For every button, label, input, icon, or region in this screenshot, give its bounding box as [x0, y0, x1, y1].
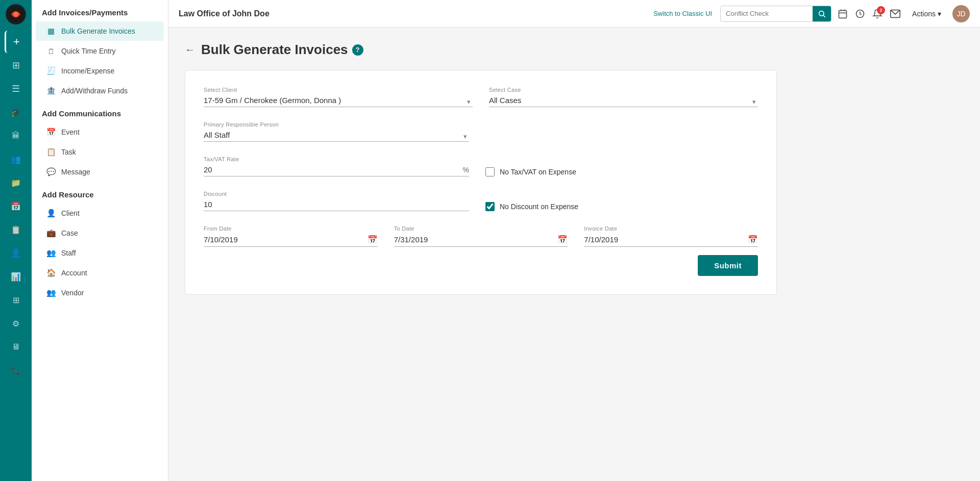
- header-icons: 2 Actions ▾ JD: [838, 5, 970, 22]
- sidebar-item-message[interactable]: 💬 Message: [36, 162, 164, 182]
- sidebar-item-case[interactable]: 💼 Case: [36, 223, 164, 243]
- help-icon[interactable]: ?: [352, 44, 363, 56]
- no-discount-label[interactable]: No Discount on Expense: [500, 202, 578, 211]
- rail-icon-calendar[interactable]: 📅: [5, 195, 27, 217]
- form-group-discount: Discount: [204, 191, 469, 211]
- select-responsible[interactable]: All Staff: [204, 131, 469, 139]
- sidebar-section-invoices: Add Invoices/Payments: [32, 0, 168, 21]
- no-tax-checkbox[interactable]: [485, 167, 495, 176]
- to-date-calendar-icon[interactable]: 📅: [557, 235, 568, 244]
- rail-icon-clipboard[interactable]: 📋: [5, 218, 27, 241]
- select-case[interactable]: All Cases: [489, 96, 758, 105]
- switch-classic-link[interactable]: Switch to Classic UI: [653, 10, 712, 17]
- staff-icon: 👥: [46, 248, 56, 258]
- sidebar: Add Invoices/Payments ▦ Bulk Generate In…: [32, 0, 168, 481]
- page-header: ← Bulk Generate Invoices ?: [185, 42, 964, 58]
- header: Law Office of John Doe Switch to Classic…: [168, 0, 980, 28]
- submit-button[interactable]: Submit: [698, 255, 758, 276]
- form-card: Select Client 17-59 Gm / Cherokee (Germo…: [185, 70, 777, 295]
- main-wrapper: Law Office of John Doe Switch to Classic…: [168, 0, 980, 481]
- form-group-case: Select Case All Cases ▾: [489, 87, 758, 107]
- sidebar-item-task[interactable]: 📋 Task: [36, 142, 164, 162]
- from-date-calendar-icon[interactable]: 📅: [368, 235, 378, 244]
- task-icon: 📋: [46, 147, 56, 157]
- select-client-wrap: 17-59 Gm / Cherokee (Germon, Donna ) ▾: [204, 96, 473, 107]
- search-button[interactable]: [813, 6, 831, 21]
- sidebar-item-staff[interactable]: 👥 Staff: [36, 243, 164, 263]
- add-withdraw-icon: 🏦: [46, 86, 56, 96]
- rail-icon-settings[interactable]: ⚙: [5, 312, 27, 335]
- svg-point-2: [819, 11, 824, 15]
- account-icon: 🏠: [46, 268, 56, 278]
- user-avatar[interactable]: JD: [952, 5, 970, 22]
- rail-icon-screen[interactable]: 🖥: [5, 336, 27, 358]
- rail-icon-list[interactable]: ☰: [5, 78, 27, 100]
- rail-icon-phone[interactable]: 📞: [5, 359, 27, 382]
- notification-badge: 2: [877, 6, 885, 14]
- rail-icon-graduation[interactable]: 🎓: [5, 101, 27, 123]
- form-row-client-case: Select Client 17-59 Gm / Cherokee (Germo…: [204, 87, 758, 107]
- event-icon: 📅: [46, 127, 56, 137]
- rail-icon-building[interactable]: 🏛: [5, 124, 27, 147]
- invoice-date-wrap: 📅: [584, 235, 758, 247]
- sidebar-item-add-withdraw[interactable]: 🏦 Add/Withdraw Funds: [36, 81, 164, 100]
- mail-icon[interactable]: [890, 9, 901, 18]
- invoice-date-input[interactable]: [584, 235, 748, 244]
- no-discount-checkbox[interactable]: [485, 202, 495, 211]
- sidebar-item-event[interactable]: 📅 Event: [36, 122, 164, 142]
- vendor-icon: 👥: [46, 288, 56, 298]
- rail-icon-people[interactable]: 👥: [5, 148, 27, 170]
- form-row-responsible: Primary Responsible Person All Staff ▾: [204, 121, 758, 142]
- sidebar-section-communications: Add Communications: [32, 101, 168, 122]
- from-date-input[interactable]: [204, 235, 368, 244]
- form-group-client: Select Client 17-59 Gm / Cherokee (Germo…: [204, 87, 473, 107]
- form-group-from-date: From Date 📅: [204, 225, 378, 247]
- invoice-date-label: Invoice Date: [584, 225, 758, 232]
- sidebar-item-bulk-generate[interactable]: ▦ Bulk Generate Invoices: [36, 21, 164, 41]
- rail-icon-briefcase[interactable]: 📁: [5, 171, 27, 194]
- back-button[interactable]: ←: [185, 44, 195, 56]
- form-group-no-discount: No Discount on Expense: [485, 193, 758, 211]
- svg-rect-4: [839, 10, 847, 18]
- sidebar-item-quick-time[interactable]: 🗒 Quick Time Entry: [36, 41, 164, 61]
- sidebar-item-account[interactable]: 🏠 Account: [36, 263, 164, 283]
- page-content: ← Bulk Generate Invoices ? Select Client…: [168, 28, 980, 481]
- discount-label: Discount: [204, 191, 469, 197]
- no-discount-checkbox-group: No Discount on Expense: [485, 193, 758, 211]
- notification-icon[interactable]: 2: [872, 9, 883, 19]
- form-group-invoice-date: Invoice Date 📅: [584, 225, 758, 247]
- discount-input-wrap: [204, 200, 469, 211]
- rail-icon-add[interactable]: +: [5, 31, 27, 53]
- form-group-responsible: Primary Responsible Person All Staff ▾: [204, 121, 469, 142]
- actions-chevron-icon: ▾: [938, 10, 941, 18]
- tax-unit: %: [463, 166, 469, 174]
- calendar-icon[interactable]: [838, 9, 848, 19]
- rail-icon-dashboard[interactable]: ⊞: [5, 54, 27, 77]
- no-tax-label[interactable]: No Tax/VAT on Expense: [500, 168, 576, 176]
- invoice-date-calendar-icon[interactable]: 📅: [748, 235, 758, 244]
- rail-icon-chart[interactable]: 📊: [5, 265, 27, 288]
- from-date-wrap: 📅: [204, 235, 378, 247]
- clock-icon[interactable]: [855, 9, 865, 19]
- message-icon: 💬: [46, 167, 56, 177]
- page-title: Bulk Generate Invoices ?: [201, 42, 363, 58]
- sidebar-section-resource: Add Resource: [32, 182, 168, 203]
- case-icon: 💼: [46, 228, 56, 238]
- discount-input[interactable]: [204, 200, 469, 209]
- rail-icon-person[interactable]: 👤: [5, 242, 27, 264]
- form-row-tax: Tax/VAT Rate % No Tax/VAT on Expense: [204, 156, 758, 176]
- app-logo[interactable]: [6, 4, 26, 24]
- to-date-input[interactable]: [394, 235, 558, 244]
- conflict-check-input[interactable]: [721, 7, 813, 20]
- to-date-label: To Date: [394, 225, 568, 232]
- select-client[interactable]: 17-59 Gm / Cherokee (Germon, Donna ): [204, 96, 473, 105]
- select-responsible-wrap: All Staff ▾: [204, 131, 469, 142]
- sidebar-item-vendor[interactable]: 👥 Vendor: [36, 283, 164, 302]
- tax-input[interactable]: [204, 165, 460, 174]
- sidebar-item-client[interactable]: 👤 Client: [36, 204, 164, 223]
- svg-point-1: [14, 12, 18, 17]
- sidebar-item-income-expense[interactable]: 🧾 Income/Expense: [36, 61, 164, 81]
- client-icon: 👤: [46, 208, 56, 218]
- actions-button[interactable]: Actions ▾: [908, 8, 945, 20]
- rail-icon-grid[interactable]: ⊞: [5, 289, 27, 311]
